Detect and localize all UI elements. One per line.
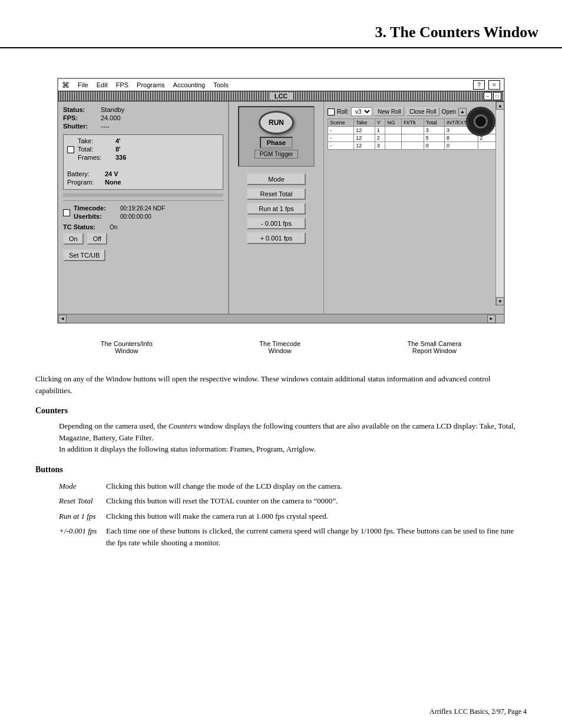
- ub-value: 00:00:00:00: [120, 213, 151, 220]
- button-desc-fps-adj: Each time one of these buttons is clicke…: [106, 524, 527, 551]
- cell: -: [328, 134, 354, 142]
- cell: 1: [375, 127, 385, 134]
- phase-label: Phase: [260, 137, 293, 149]
- counters-heading: Counters: [35, 404, 527, 417]
- vertical-scrollbar[interactable]: ▲ ▼: [495, 101, 504, 305]
- on-button[interactable]: On: [63, 233, 84, 245]
- middle-panel: RUN Phase PGM Trigger Mode Reset Total R…: [229, 101, 323, 314]
- cell: 5: [424, 134, 444, 142]
- resize-corner[interactable]: [495, 314, 504, 322]
- body-text: Clicking on any of the Window buttons wi…: [35, 373, 527, 551]
- camera-icon: [466, 107, 495, 136]
- col-scene: Scene: [328, 119, 354, 127]
- button-row-reset: Reset Total Clicking this button will re…: [35, 494, 527, 509]
- program-label: Program:: [67, 179, 103, 186]
- plus-001-button[interactable]: + 0.001 fps: [247, 232, 306, 244]
- menu-edit[interactable]: Edit: [97, 81, 108, 88]
- cell: [402, 134, 424, 142]
- scroll-track: [496, 110, 504, 297]
- apple-menu[interactable]: ⌘: [62, 81, 70, 90]
- button-desc-run1fps: Clicking this button will make the camer…: [106, 509, 527, 525]
- close-roll-button[interactable]: Close Roll: [406, 107, 439, 116]
- button-row-run1fps: Run at 1 fps Clicking this button will m…: [35, 509, 527, 525]
- cell: 12: [354, 142, 375, 150]
- run-button[interactable]: RUN: [259, 111, 294, 134]
- roll-checkbox[interactable]: [328, 108, 335, 116]
- minus-001-button[interactable]: - 0.001 fps: [247, 218, 306, 229]
- app-icon[interactable]: ⌗: [488, 80, 500, 90]
- help-icon[interactable]: ?: [473, 80, 485, 90]
- expand-btn[interactable]: □: [493, 92, 501, 100]
- pgm-trigger: PGM Trigger: [254, 150, 299, 159]
- set-tc-button[interactable]: Set TC/UB: [63, 249, 105, 261]
- col-fttk: Ft/Tk: [402, 119, 424, 127]
- cell: 3: [424, 127, 444, 134]
- collapse-btn[interactable]: −: [484, 92, 492, 100]
- cell: -: [328, 142, 354, 150]
- bottom-bar: ◄ ►: [58, 314, 504, 322]
- button-label-reset: Reset Total: [35, 494, 106, 509]
- shutter-label: Shutter:: [63, 123, 98, 130]
- menu-file[interactable]: File: [78, 81, 88, 88]
- battery-label: Battery:: [67, 170, 103, 177]
- button-desc-reset: Clicking this button will reset the TOTA…: [106, 494, 527, 509]
- fps-label: FPS:: [63, 114, 98, 121]
- roll-select[interactable]: v3: [351, 107, 372, 116]
- status-label: Status:: [63, 106, 98, 113]
- menu-tools[interactable]: Tools: [213, 81, 229, 88]
- scroll-up-arrow[interactable]: ▲: [496, 101, 504, 110]
- left-panel: Status: Standby FPS: 24.000 Shutter: ---…: [58, 101, 229, 314]
- scroll-right-arrow[interactable]: ►: [487, 315, 495, 323]
- page-header: 3. The Counters Window: [0, 0, 562, 48]
- tc-status-value: On: [110, 224, 117, 230]
- table-row: - 12 3 0 0: [328, 142, 500, 150]
- menu-accounting[interactable]: Accounting: [173, 81, 205, 88]
- buttons-heading: Buttons: [35, 463, 527, 476]
- menu-fps[interactable]: FPS: [116, 81, 128, 88]
- right-panel: Roll: v3 New Roll Close Roll Open ▲: [323, 101, 504, 314]
- title-bar: LCC − □: [58, 91, 504, 101]
- button-row-fps-adj: +/-0.001 fps Each time one of these butt…: [35, 524, 527, 551]
- status-value: Standby: [101, 106, 124, 113]
- shutter-value: ----: [101, 123, 110, 130]
- total-value: 8': [115, 146, 121, 153]
- tc-checkbox[interactable]: [63, 209, 70, 216]
- cell: [385, 142, 402, 150]
- cell: -: [328, 127, 354, 134]
- reset-total-button[interactable]: Reset Total: [247, 188, 306, 200]
- menu-programs[interactable]: Programs: [137, 81, 165, 88]
- counters-label: The Counters/InfoWindow: [101, 340, 153, 354]
- frames-value: 336: [115, 154, 126, 161]
- battery-value: 24 V: [105, 170, 118, 177]
- counter-checkbox[interactable]: [67, 146, 74, 153]
- button-label-mode: Mode: [35, 479, 106, 495]
- window-title: LCC: [270, 93, 293, 100]
- intro-text: Clicking on any of the Window buttons wi…: [35, 373, 527, 396]
- off-button[interactable]: Off: [87, 233, 107, 245]
- take-value: 4': [115, 137, 121, 144]
- button-row-mode: Mode Clicking this button will change th…: [35, 479, 527, 495]
- horizontal-scrollbar[interactable]: ◄ ►: [58, 314, 495, 322]
- scroll-down-arrow[interactable]: ▼: [496, 297, 504, 305]
- run-at-1fps-button[interactable]: Run at 1 fps: [247, 203, 306, 215]
- cell: 2: [375, 134, 385, 142]
- menu-bar: ⌘ File Edit FPS Programs Accounting Tool…: [58, 79, 504, 91]
- take-label: Take:: [78, 137, 113, 144]
- scroll-left-arrow[interactable]: ◄: [58, 315, 67, 323]
- col-y: Y: [375, 119, 385, 127]
- new-roll-button[interactable]: New Roll: [375, 107, 404, 116]
- window-body: Status: Standby FPS: 24.000 Shutter: ---…: [58, 101, 504, 314]
- cell: 12: [354, 134, 375, 142]
- timecode-label-text: The TimecodeWindow: [259, 340, 300, 354]
- col-take: Take: [354, 119, 375, 127]
- cell: 0: [445, 142, 478, 150]
- cell: [385, 134, 402, 142]
- cell: 3: [375, 142, 385, 150]
- tc-value: 00:19:26:24 NDF: [120, 205, 165, 212]
- col-total: Total: [424, 119, 444, 127]
- status-section: Status: Standby FPS: 24.000 Shutter: ---…: [63, 106, 223, 130]
- menu-icons: ? ⌗: [473, 80, 500, 90]
- mode-button[interactable]: Mode: [247, 173, 306, 185]
- screenshot-container: ⌘ File Edit FPS Programs Accounting Tool…: [57, 78, 505, 324]
- col-ng: NG: [385, 119, 402, 127]
